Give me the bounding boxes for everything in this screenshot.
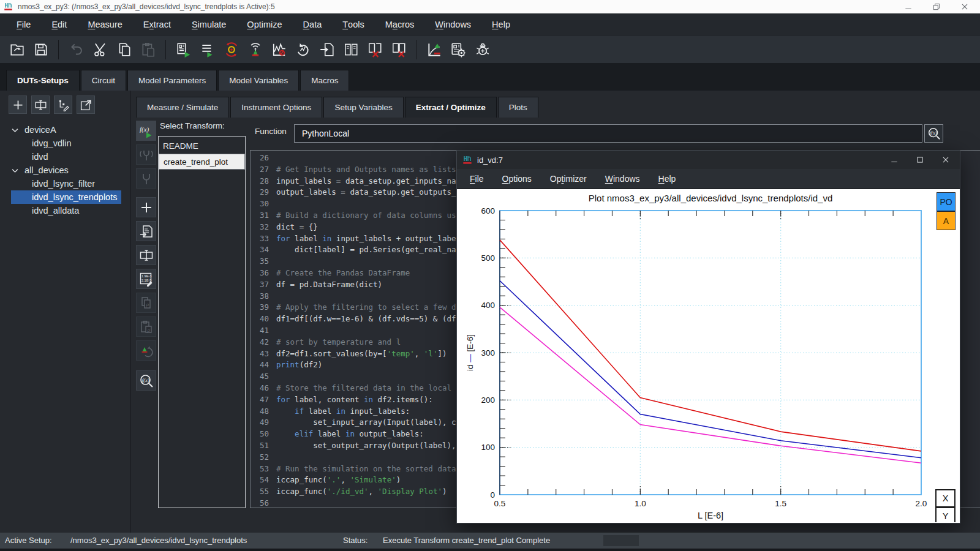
code-text: set_output_array(Output(label), cont (276, 440, 479, 452)
display-setup-button[interactable] (447, 38, 469, 61)
view-function-button[interactable]: f(x) (136, 370, 156, 391)
browse-function-button[interactable]: f(x) (924, 124, 943, 143)
tree-item-idvd-lsync-trendplots[interactable]: idvd_lsync_trendplots (11, 190, 121, 204)
setup-tab-plots[interactable]: Plots (498, 97, 538, 118)
x-axis-button[interactable]: X (935, 489, 956, 508)
new-transform-button[interactable] (136, 197, 156, 217)
code-text: # Get Inputs and Outputs names as lists (276, 164, 456, 176)
menu-windows[interactable]: Windows (424, 13, 481, 35)
menu-tools[interactable]: Tools (332, 13, 374, 35)
line-number: 51 (251, 440, 269, 452)
line-number: 30 (251, 198, 269, 210)
optimize-button[interactable] (220, 38, 243, 61)
tree-item-all-devices[interactable]: all_devices (0, 163, 130, 177)
line-number: 45 (251, 371, 269, 383)
run-list-button[interactable] (196, 38, 219, 61)
setup-tab-extract-optimize[interactable]: Extract / Optimize (405, 97, 497, 118)
transform-item-readme[interactable]: README (159, 138, 245, 154)
measure-button[interactable] (268, 38, 290, 61)
edit-tree-button[interactable] (54, 96, 72, 114)
tab-macros[interactable]: Macros (300, 70, 349, 91)
tune-fork-button (136, 168, 156, 189)
simulate-button[interactable] (172, 38, 195, 61)
minimize-button[interactable] (904, 2, 913, 11)
menu-edit[interactable]: Edit (41, 13, 77, 35)
menu-simulate[interactable]: Simulate (181, 13, 236, 35)
copy-button[interactable] (113, 38, 135, 61)
save-button[interactable] (29, 38, 52, 61)
tree-item-idvd-alldata[interactable]: idvd_alldata (11, 204, 121, 217)
copy-params-button: ρ (136, 293, 156, 313)
function-label: Function (255, 127, 287, 136)
plot-menu-help[interactable]: Help (649, 169, 685, 189)
setup-tab-measure-simulate[interactable]: Measure / Simulate (136, 97, 229, 118)
close-icon (941, 156, 950, 164)
plot-menu-windows[interactable]: Windows (596, 169, 649, 189)
statusbar: Active Setup: /nmos3_ex_py3/all_devices/… (0, 533, 980, 549)
line-number: 56 (251, 498, 269, 508)
y-axis-button[interactable]: Y (935, 507, 956, 522)
plot-menu-options[interactable]: Options (493, 169, 541, 189)
tab-duts-setups[interactable]: DUTs-Setups (6, 70, 80, 91)
plot-window: id_vd:7 FileOptionsOptimizerWindowsHelp … (456, 150, 960, 523)
windows-button[interactable] (339, 38, 362, 61)
tab-model-parameters[interactable]: Model Parameters (127, 70, 217, 91)
rename-button[interactable] (31, 96, 50, 114)
tree-item-idvd-lsync-filter[interactable]: idvd_lsync_filter (11, 177, 121, 190)
measure-icon (271, 42, 287, 58)
setup-tab-instrument-options[interactable]: Instrument Options (230, 97, 322, 118)
code-text: df = pd.DataFrame(dict) (276, 279, 382, 291)
tune-button[interactable] (244, 38, 266, 61)
menu-extract[interactable]: Extract (133, 13, 181, 35)
menu-measure[interactable]: Measure (77, 13, 132, 35)
main-titlebar: nmos3_ex_py3: (/nmos3_ex_py3/all_devices… (0, 0, 980, 13)
close-button[interactable] (960, 2, 969, 11)
plot-menu-file[interactable]: File (461, 169, 493, 189)
open-window-button[interactable] (77, 96, 95, 114)
debug-button[interactable] (470, 38, 493, 61)
close-all-button[interactable] (387, 38, 410, 61)
transform-item-create-trend-plot[interactable]: create_trend_plot (159, 154, 245, 170)
cut-button[interactable] (89, 38, 111, 61)
chevron-down-icon[interactable] (10, 166, 20, 175)
line-number: 33 (251, 233, 269, 245)
paste-icon (140, 42, 156, 58)
tree-item-label: idvd_alldata (32, 206, 79, 216)
close-window-button[interactable] (363, 38, 386, 61)
edit-values-button[interactable]: 1.9E-32.1E-5 (136, 269, 156, 289)
import-button[interactable] (315, 38, 338, 61)
import-transform-button[interactable] (136, 221, 156, 241)
tree-item-idvg-vdlin[interactable]: idvg_vdlin (11, 137, 121, 150)
rename-transform-button[interactable] (136, 245, 156, 265)
revert-icon (139, 343, 154, 358)
menu-data[interactable]: Data (293, 13, 333, 35)
tree-item-idvd[interactable]: idvd (11, 150, 121, 163)
add-button[interactable] (9, 96, 27, 114)
open-button[interactable] (6, 38, 28, 61)
menu-macros[interactable]: Macros (375, 13, 425, 35)
function-input[interactable] (294, 124, 922, 143)
sync-button[interactable] (292, 38, 314, 61)
setup-tab-setup-variables[interactable]: Setup Variables (323, 97, 403, 118)
plot-maximize-button[interactable] (916, 156, 924, 164)
tab-circuit[interactable]: Circuit (81, 70, 126, 91)
tree-item-devicea[interactable]: deviceA (0, 123, 130, 137)
tab-model-variables[interactable]: Model Variables (218, 70, 299, 91)
chevron-down-icon[interactable] (10, 126, 20, 135)
plot-minimize-button[interactable] (890, 156, 899, 164)
plot-optimizer-button[interactable]: PO (937, 192, 956, 211)
execute-transform-button[interactable]: f(x) (136, 121, 156, 141)
plot-close-button[interactable] (941, 156, 950, 164)
plot-menu-optimizer[interactable]: Optimizer (541, 169, 596, 189)
restore-button[interactable] (932, 2, 941, 11)
paste-button (137, 38, 159, 61)
line-number: 37 (251, 279, 269, 291)
autoscale-button[interactable]: A (937, 211, 956, 230)
line-number: 41 (251, 325, 269, 337)
plot-button[interactable] (423, 38, 445, 61)
line-number: 55 (251, 486, 269, 498)
menu-help[interactable]: Help (481, 13, 521, 35)
minimize-icon (890, 156, 899, 164)
menu-file[interactable]: File (6, 13, 41, 35)
menu-optimize[interactable]: Optimize (236, 13, 292, 35)
